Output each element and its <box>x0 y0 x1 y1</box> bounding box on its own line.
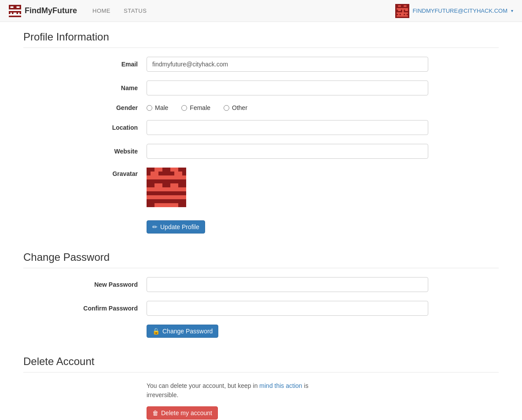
update-profile-button[interactable]: ✏ Update Profile <box>147 220 205 234</box>
user-avatar-icon <box>395 4 409 18</box>
brand-name: FindMyFuture <box>25 6 77 15</box>
svg-rect-11 <box>397 8 408 9</box>
change-password-button[interactable]: 🔒 Change Password <box>147 325 218 338</box>
gender-male-label: Male <box>155 104 168 111</box>
location-label: Location <box>23 124 147 131</box>
svg-rect-24 <box>174 172 182 175</box>
confirm-password-label: Confirm Password <box>23 305 147 312</box>
delete-account-title: Delete Account <box>23 355 499 368</box>
update-profile-row: ✏ Update Profile <box>147 220 499 234</box>
email-label: Email <box>23 61 147 68</box>
delete-divider <box>23 372 499 373</box>
svg-rect-32 <box>174 191 182 195</box>
nav-status[interactable]: STATUS <box>117 1 153 21</box>
website-label: Website <box>23 148 147 155</box>
password-section: Change Password New Password Confirm Pas… <box>23 251 499 338</box>
svg-rect-28 <box>170 183 178 187</box>
change-password-label: Change Password <box>162 328 213 335</box>
svg-rect-23 <box>151 172 158 175</box>
gender-other-radio[interactable] <box>224 105 229 111</box>
gravatar-image <box>147 168 186 207</box>
gender-female-option[interactable]: Female <box>181 104 210 111</box>
svg-rect-18 <box>405 14 406 15</box>
delete-highlight: mind this action <box>259 382 302 389</box>
svg-rect-15 <box>397 12 408 14</box>
svg-rect-6 <box>18 12 20 14</box>
delete-account-section: Delete Account You can delete your accou… <box>23 355 499 420</box>
brand-icon <box>9 5 21 17</box>
update-profile-label: Update Profile <box>160 223 199 230</box>
delete-btn-row: 🗑 Delete my account <box>147 406 499 420</box>
svg-rect-17 <box>401 14 403 15</box>
name-label: Name <box>23 84 147 91</box>
user-email-link[interactable]: FINDMYFUTURE@CITYHACK.COM <box>413 7 507 14</box>
svg-rect-33 <box>147 195 186 199</box>
svg-rect-21 <box>154 168 162 172</box>
navbar: FindMyFuture HOME STATUS FINDMYFUTURE@CI… <box>0 0 522 22</box>
delete-account-button[interactable]: 🗑 Delete my account <box>147 406 218 420</box>
delete-account-label: Delete my account <box>161 409 212 416</box>
svg-rect-14 <box>405 9 408 11</box>
navbar-right: FINDMYFUTURE@CITYHACK.COM ▾ <box>395 4 513 18</box>
email-group: Email <box>23 57 499 72</box>
gravatar-label: Gravatar <box>23 168 147 177</box>
website-group: Website <box>23 144 499 159</box>
svg-rect-12 <box>398 9 401 11</box>
svg-rect-27 <box>154 183 162 187</box>
svg-rect-7 <box>9 14 21 16</box>
svg-rect-34 <box>151 199 182 203</box>
profile-title: Profile Information <box>23 31 499 43</box>
svg-rect-9 <box>398 5 401 7</box>
svg-rect-25 <box>147 175 186 179</box>
gender-male-radio[interactable] <box>147 105 152 111</box>
svg-rect-2 <box>17 6 20 8</box>
svg-rect-30 <box>151 191 158 195</box>
svg-rect-16 <box>398 14 399 15</box>
gravatar-container <box>147 168 186 212</box>
pencil-icon: ✏ <box>152 223 158 230</box>
svg-rect-5 <box>14 12 17 14</box>
dropdown-caret-icon: ▾ <box>511 8 513 13</box>
svg-rect-35 <box>154 203 178 207</box>
gender-group: Gender Male Female Other <box>23 104 499 111</box>
gender-label: Gender <box>23 104 147 111</box>
change-password-row: 🔒 Change Password <box>147 325 499 338</box>
gender-female-label: Female <box>190 104 210 111</box>
name-group: Name <box>23 80 499 95</box>
svg-rect-29 <box>147 187 186 191</box>
gender-other-option[interactable]: Other <box>224 104 247 111</box>
svg-rect-26 <box>147 179 186 183</box>
svg-rect-13 <box>402 9 404 12</box>
confirm-password-field[interactable] <box>147 301 428 316</box>
brand-link[interactable]: FindMyFuture <box>9 5 77 17</box>
profile-divider <box>23 47 499 48</box>
lock-icon: 🔒 <box>152 328 160 335</box>
name-field[interactable] <box>147 80 428 95</box>
gender-female-radio[interactable] <box>181 105 187 111</box>
svg-rect-31 <box>162 191 170 195</box>
new-password-field[interactable] <box>147 277 428 292</box>
confirm-password-group: Confirm Password <box>23 301 499 316</box>
website-field[interactable] <box>147 144 428 159</box>
svg-rect-1 <box>11 6 14 8</box>
email-field[interactable] <box>147 57 428 72</box>
svg-rect-22 <box>170 168 178 172</box>
nav-home[interactable]: HOME <box>86 1 117 21</box>
gender-other-label: Other <box>232 104 247 111</box>
main-nav: HOME STATUS <box>86 1 395 21</box>
password-divider <box>23 268 499 268</box>
trash-icon: 🗑 <box>152 409 158 416</box>
svg-rect-10 <box>404 5 406 7</box>
location-group: Location <box>23 120 499 135</box>
delete-info-text: You can delete your account, but keep in… <box>147 381 323 400</box>
gender-male-option[interactable]: Male <box>147 104 168 111</box>
gravatar-group: Gravatar <box>23 168 499 212</box>
new-password-label: New Password <box>23 281 147 288</box>
location-field[interactable] <box>147 120 428 135</box>
svg-rect-3 <box>9 9 21 11</box>
svg-rect-4 <box>11 12 12 14</box>
password-title: Change Password <box>23 251 499 263</box>
svg-rect-19 <box>397 15 408 16</box>
gender-radio-group: Male Female Other <box>147 104 247 111</box>
main-container: Profile Information Email Name Gender Ma… <box>10 22 512 420</box>
